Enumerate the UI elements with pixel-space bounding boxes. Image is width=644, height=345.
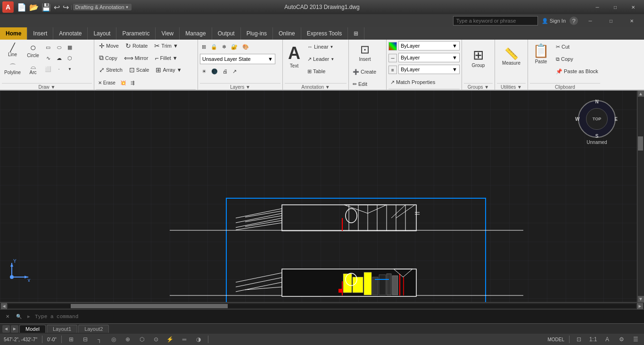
search-input[interactable] (453, 16, 538, 25)
create-button[interactable]: ➕ Create (351, 66, 378, 77)
layer-state-dropdown[interactable]: Unsaved Layer State ▼ (200, 54, 275, 64)
close-button[interactable]: ✕ (625, 2, 642, 12)
layer-isolate-button[interactable]: 🔒 (209, 41, 219, 52)
minimize-button[interactable]: ─ (589, 2, 606, 12)
tab-plugins[interactable]: Plug-ins (241, 27, 273, 40)
cloud-button[interactable]: ☁ (54, 53, 64, 63)
move-button[interactable]: ✛ Move (96, 41, 122, 50)
lw-button[interactable]: ═ (180, 335, 189, 344)
annotation-scale-button[interactable]: A (603, 335, 612, 344)
ortho-button[interactable]: ┐ (95, 335, 104, 344)
ducs-button[interactable]: ⊙ (151, 335, 161, 344)
measure-button[interactable]: 📏 Measure (499, 45, 523, 78)
arc-button[interactable]: ⌓ Arc (25, 60, 41, 78)
table-button[interactable]: ⊞ Table (305, 66, 336, 77)
rectangle-button[interactable]: ▭ (43, 42, 53, 52)
cut-button[interactable]: ✂ Cut (554, 41, 600, 52)
layer-on-button[interactable]: ☀ (200, 66, 208, 77)
tab-home[interactable]: Home (0, 27, 27, 40)
workspace-button[interactable]: ⚙ (617, 335, 626, 344)
scroll-right-button[interactable]: ► (637, 303, 643, 309)
color-dropdown[interactable]: ByLayer ▼ (398, 41, 460, 50)
match-properties-button[interactable]: ↗ Match Properties (388, 76, 437, 88)
tp-button[interactable]: ◑ (194, 335, 203, 344)
snap-button[interactable]: ⊞ (66, 335, 76, 344)
tab-view[interactable]: View (156, 27, 180, 40)
tab-insert[interactable]: Insert (27, 27, 53, 40)
command-input[interactable] (35, 314, 640, 320)
array-button[interactable]: ⊞ Array ▼ (153, 65, 184, 75)
edit-button[interactable]: ✏ Edit (351, 78, 378, 90)
scale-button[interactable]: ⊡ Scale (126, 65, 152, 75)
sign-in-button[interactable]: 👤 Sign In (542, 18, 566, 24)
h-scroll-thumb[interactable] (71, 304, 228, 308)
grid-button[interactable]: ⊟ (81, 335, 90, 344)
tab-output[interactable]: Output (212, 27, 241, 40)
tab-model[interactable]: Model (19, 325, 46, 333)
app-close[interactable]: ✕ (623, 16, 640, 26)
tab-prev-button[interactable]: ◄ (2, 325, 10, 333)
app-restore[interactable]: □ (603, 16, 619, 26)
tab-express[interactable]: Express Tools (301, 27, 348, 40)
explode-button[interactable]: 💥 (118, 77, 128, 88)
point-button[interactable]: · (54, 64, 64, 74)
copy-with-base-button[interactable]: ⧉ Copy (554, 53, 600, 65)
layer-color-button[interactable]: 🎨 (240, 41, 251, 52)
polyline-button[interactable]: ⌒ Polyline (2, 60, 23, 78)
open-button[interactable]: 📂 (28, 3, 40, 12)
h-scrollbar[interactable]: ◄ ► (0, 302, 644, 309)
new-button[interactable]: 📄 (16, 3, 27, 12)
layer-off-button[interactable]: 🌑 (209, 66, 220, 77)
scroll-left-button[interactable]: ◄ (1, 303, 7, 309)
osnap-button[interactable]: ⊕ (123, 335, 132, 344)
group-button[interactable]: ⊞ Group (468, 45, 489, 78)
vp-scale-button[interactable]: 1:1 (588, 335, 598, 344)
offset-button[interactable]: ⇶ (129, 77, 136, 88)
toolbar-button[interactable]: ☰ (631, 335, 640, 344)
copy-button[interactable]: ⧉ Copy (96, 53, 120, 63)
lineweight-dropdown[interactable]: ByLayer ▼ (398, 65, 460, 74)
color-swatch[interactable] (388, 42, 397, 50)
insert-button[interactable]: ⊡ Insert (351, 41, 379, 65)
circle-button[interactable]: ○ Circle (25, 41, 41, 59)
draw-more-button[interactable]: ▼ (65, 64, 75, 74)
tab-parametric[interactable]: Parametric (116, 27, 156, 40)
paste-button[interactable]: 📋 Paste (530, 41, 552, 74)
layer-freeze-button[interactable]: ❄ (220, 41, 228, 52)
redo-button[interactable]: ↪ (62, 3, 70, 12)
tab-more[interactable]: ⊞ (348, 27, 364, 40)
save-button[interactable]: 💾 (41, 3, 52, 12)
stretch-button[interactable]: ⤢ Stretch (96, 65, 125, 75)
close-cmd-button[interactable]: ✕ (4, 313, 11, 320)
ellipse-button[interactable]: ⬭ (54, 42, 64, 52)
vp-display-button[interactable]: ⊡ (574, 335, 584, 344)
wipeout-button[interactable]: ⬜ (43, 64, 53, 74)
region-button[interactable]: ⬡ (65, 53, 75, 63)
trim-button[interactable]: ✂ Trim ▼ (151, 41, 181, 50)
tab-layout[interactable]: Layout (88, 27, 116, 40)
dyn-button[interactable]: ⚡ (165, 335, 175, 344)
layer-lock-button[interactable]: 🔐 (229, 41, 239, 52)
erase-button[interactable]: ✕ Erase (96, 77, 117, 88)
restore-button[interactable]: □ (607, 2, 624, 12)
tab-online[interactable]: Online (273, 27, 301, 40)
zoom-cmd-button[interactable]: 🔍 (15, 313, 23, 320)
mirror-button[interactable]: ⟺ Mirror (121, 53, 151, 63)
v-scrollbar[interactable]: ▲ ▼ (637, 91, 644, 302)
layer-print-button[interactable]: 🖨 (221, 66, 230, 77)
tab-manage[interactable]: Manage (180, 27, 212, 40)
tab-next-button[interactable]: ► (11, 325, 18, 333)
rotate-button[interactable]: ↻ Rotate (123, 41, 150, 50)
text-button[interactable]: A Text (285, 41, 304, 79)
fillet-button[interactable]: ⌐ Fillet ▼ (152, 53, 180, 63)
app-icon[interactable]: A (2, 1, 14, 13)
polar-button[interactable]: ◎ (109, 335, 118, 344)
linetype-dropdown[interactable]: ByLayer ▼ (398, 53, 460, 62)
tab-layout2[interactable]: Layout2 (78, 325, 109, 333)
linear-button[interactable]: ↔ Linear ▼ (305, 41, 336, 52)
layer-properties-button[interactable]: ⊞ (200, 41, 208, 52)
undo-button[interactable]: ↩ (53, 3, 61, 12)
scroll-down-button[interactable]: ▼ (638, 296, 644, 302)
line-button[interactable]: ╱ Line (2, 41, 23, 59)
otrack-button[interactable]: ⬡ (137, 335, 147, 344)
